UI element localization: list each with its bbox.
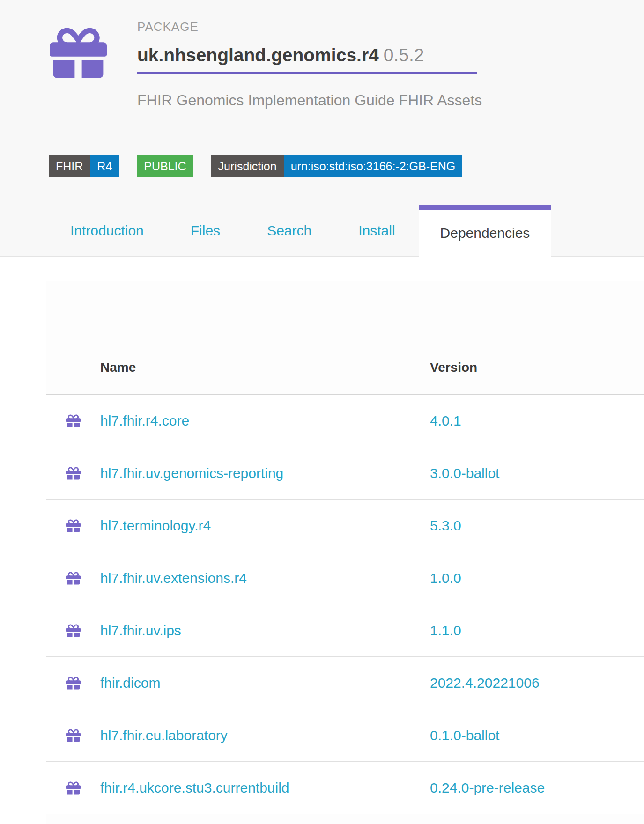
fhir-version-badge: FHIR R4	[49, 155, 119, 177]
dependency-name-link[interactable]: hl7.terminology.r4	[100, 518, 211, 534]
table-row: hl7.fhir.uv.ips 1.1.0	[46, 604, 644, 657]
dependency-version-link[interactable]: 0.1.0-ballot	[430, 728, 499, 743]
dependency-name-link[interactable]: hl7.fhir.uv.ips	[100, 623, 181, 639]
table-row: hl7.terminology.r4 5.3.0	[46, 500, 644, 552]
gift-icon	[66, 623, 81, 638]
tab-install[interactable]: Install	[335, 205, 418, 257]
dependency-version-link[interactable]: 1.1.0	[430, 623, 461, 639]
gift-icon	[66, 728, 81, 743]
package-title: uk.nhsengland.genomics.r40.5.2	[137, 45, 477, 74]
jurisdiction-badge-value: urn:iso:std:iso:3166:-2:GB-ENG	[284, 155, 463, 177]
table-row: hl7.fhir.uv.extensions.r4 1.0.0	[46, 552, 644, 604]
dependencies-toolbar	[46, 281, 644, 341]
dependency-name-link[interactable]: fhir.dicom	[100, 675, 160, 691]
dependency-name-link[interactable]: hl7.fhir.uv.genomics-reporting	[100, 465, 283, 481]
table-row: hl7.fhir.uv.genomics-reporting 3.0.0-bal…	[46, 447, 644, 500]
visibility-badge-label: PUBLIC	[137, 155, 193, 177]
gift-icon	[66, 571, 81, 585]
column-header-version: Version	[430, 360, 477, 375]
gift-icon	[66, 413, 81, 428]
table-row: hl7.fhir.r4.core 4.0.1	[46, 395, 644, 447]
dependency-name-link[interactable]: hl7.fhir.r4.core	[100, 413, 189, 429]
dependency-version-link[interactable]: 5.3.0	[430, 518, 461, 534]
gift-icon	[66, 780, 81, 795]
dependency-version-link[interactable]: 0.24.0-pre-release	[430, 780, 545, 796]
dependency-name-link[interactable]: hl7.fhir.uv.extensions.r4	[100, 570, 247, 586]
tab-introduction[interactable]: Introduction	[47, 205, 167, 257]
package-kicker: PACKAGE	[137, 20, 199, 34]
dependency-name-link[interactable]: fhir.r4.ukcore.stu3.currentbuild	[100, 780, 289, 796]
tab-search[interactable]: Search	[244, 205, 335, 257]
dependency-version-link[interactable]: 1.0.0	[430, 570, 461, 586]
fhir-badge-label: FHIR	[49, 155, 90, 177]
fhir-badge-value: R4	[90, 155, 119, 177]
dependency-name-link[interactable]: hl7.fhir.eu.laboratory	[100, 728, 228, 743]
package-name: uk.nhsengland.genomics.r4	[137, 45, 379, 65]
jurisdiction-badge-label: Jurisdiction	[211, 155, 284, 177]
package-description: FHIR Genomics Implementation Guide FHIR …	[137, 92, 482, 109]
package-version: 0.5.2	[384, 45, 424, 65]
table-row: fhir.dicom 2022.4.20221006	[46, 657, 644, 709]
visibility-badge: PUBLIC	[137, 155, 193, 177]
table-row: fhir.r4.ukcore.stu3.currentbuild 0.24.0-…	[46, 762, 644, 814]
tab-dependencies[interactable]: Dependencies	[419, 205, 552, 257]
dependency-version-link[interactable]: 3.0.0-ballot	[430, 465, 499, 481]
package-gift-icon	[49, 24, 108, 81]
column-header-name: Name	[100, 360, 136, 375]
table-header-row: Name Version	[46, 341, 644, 395]
dependencies-panel: Name Version hl7.fhir.r4.core 4.0.1 hl7.…	[46, 281, 644, 824]
tab-files[interactable]: Files	[167, 205, 244, 257]
package-tabs: Introduction Files Search Install Depend…	[47, 205, 551, 257]
package-header: PACKAGE uk.nhsengland.genomics.r40.5.2 F…	[0, 0, 644, 257]
badges-row: FHIR R4 PUBLIC Jurisdiction urn:iso:std:…	[49, 155, 462, 177]
jurisdiction-badge: Jurisdiction urn:iso:std:iso:3166:-2:GB-…	[211, 155, 463, 177]
gift-icon	[66, 518, 81, 533]
gift-icon	[66, 466, 81, 480]
table-row: hl7.fhir.eu.laboratory 0.1.0-ballot	[46, 709, 644, 762]
dependency-version-link[interactable]: 4.0.1	[430, 413, 461, 429]
gift-icon	[66, 676, 81, 690]
dependencies-table-body: hl7.fhir.r4.core 4.0.1 hl7.fhir.uv.genom…	[46, 395, 644, 814]
dependency-version-link[interactable]: 2022.4.20221006	[430, 675, 540, 691]
